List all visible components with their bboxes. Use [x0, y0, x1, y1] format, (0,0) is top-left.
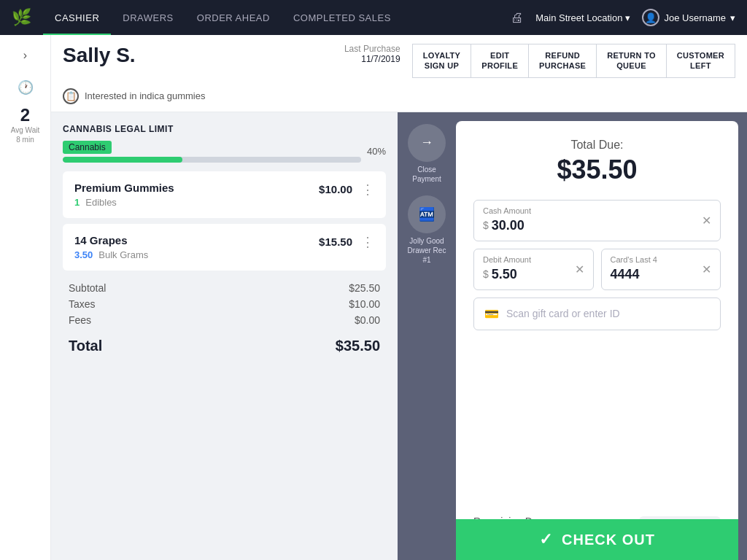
- customer-name: Sally S.: [63, 44, 136, 67]
- drawer-btn-wrap: 🏧 Jolly GoodDrawer Rec#1: [408, 195, 446, 265]
- card-clear-icon[interactable]: ✕: [702, 262, 711, 276]
- location-selector[interactable]: Main Street Location ▾: [535, 12, 630, 23]
- return-to-queue-button[interactable]: RETURN TOQUEUE: [596, 44, 666, 78]
- loyalty-signup-button[interactable]: LOYALTYSIGN UP: [412, 44, 471, 78]
- cart-section: CANNABIS LEGAL LIMIT Cannabis 40%: [51, 112, 398, 560]
- queue-count: 2: [20, 105, 30, 125]
- total-due-label: Total Due:: [473, 139, 721, 152]
- cart-item-sub: 3.50 Bulk Grams: [74, 249, 319, 260]
- cart-item-info: Premium Gummies 1 Edibles: [74, 182, 319, 208]
- user-name: Joe Username: [664, 12, 726, 23]
- location-label: Main Street Location: [535, 12, 622, 23]
- gift-card-field[interactable]: 💳 Scan gift card or enter ID: [473, 298, 721, 330]
- nav-links: CASHIER DRAWERS ORDER AHEAD COMPLETED SA…: [43, 0, 511, 35]
- nav-drawers[interactable]: DRAWERS: [111, 0, 185, 35]
- cart-item-price: $10.00: [319, 183, 352, 195]
- cash-dollar: $: [483, 219, 489, 231]
- progress-bar-bg: [63, 157, 361, 163]
- checkout-button[interactable]: ✓ CHECK OUT: [456, 519, 738, 560]
- close-payment-btn-wrap: → ClosePayment: [408, 124, 446, 184]
- cart-item-right: $15.50 ⋮: [319, 234, 374, 250]
- nav-order-ahead[interactable]: ORDER AHEAD: [185, 0, 282, 35]
- cart-item-type: Edibles: [85, 197, 117, 208]
- customer-top-row: Sally S. Last Purchase 11/7/2019 LOYALTY…: [63, 44, 735, 78]
- user-chevron-icon: ▾: [730, 12, 735, 23]
- last-purchase-date: 11/7/2019: [344, 54, 400, 64]
- nav-completed-sales[interactable]: COMPLETED SALES: [282, 0, 403, 35]
- cart-item-name: Premium Gummies: [74, 182, 319, 194]
- cart-item-sub: 1 Edibles: [74, 197, 319, 208]
- debit-clear-icon[interactable]: ✕: [575, 262, 584, 276]
- cannabis-label: Cannabis: [63, 141, 112, 154]
- layout: › 🕐 2 Avg Wait 8 min Sally S. Last Purch…: [0, 35, 747, 560]
- topnav: 🌿 CASHIER DRAWERS ORDER AHEAD COMPLETED …: [0, 0, 747, 35]
- cart-item: Premium Gummies 1 Edibles $10.00 ⋮: [63, 171, 386, 218]
- grand-total-row: Total $35.50: [69, 332, 380, 354]
- fees-row: Fees $0.00: [69, 314, 380, 326]
- progress-bar-wrap: Cannabis: [63, 140, 361, 163]
- cart-item-right: $10.00 ⋮: [319, 182, 374, 198]
- clock-icon: 🕐: [14, 76, 37, 99]
- cart-item-type: Bulk Grams: [98, 249, 148, 260]
- drawer-label: Jolly GoodDrawer Rec#1: [408, 236, 446, 265]
- user-menu[interactable]: 👤 Joe Username ▾: [642, 9, 735, 26]
- gift-card-placeholder: Scan gift card or enter ID: [506, 308, 620, 319]
- gift-card-icon: 💳: [484, 307, 499, 321]
- taxes-value: $10.00: [349, 298, 380, 310]
- left-sidebar: › 🕐 2 Avg Wait 8 min: [0, 35, 51, 560]
- close-payment-label: ClosePayment: [412, 165, 441, 184]
- cart-item-menu-icon[interactable]: ⋮: [361, 234, 374, 250]
- logo-icon: 🌿: [12, 8, 31, 27]
- refund-purchase-button[interactable]: REFUNDPURCHASE: [528, 44, 596, 78]
- cash-amount-field[interactable]: Cash Amount $ 30.00 ✕: [473, 200, 721, 241]
- customer-note: 📋 Interested in indica gummies: [63, 84, 735, 112]
- subtotal-row: Subtotal $25.50: [69, 282, 380, 294]
- fees-value: $0.00: [355, 314, 380, 326]
- progress-pct: 40%: [367, 146, 386, 157]
- queue-expand-button[interactable]: ›: [14, 44, 37, 67]
- drawer-button[interactable]: 🏧: [408, 195, 446, 233]
- debit-dollar: $: [483, 268, 489, 280]
- topnav-right: 🖨 Main Street Location ▾ 👤 Joe Username …: [511, 9, 735, 26]
- cart-item-menu-icon[interactable]: ⋮: [361, 182, 374, 198]
- printer-icon[interactable]: 🖨: [511, 10, 524, 26]
- taxes-row: Taxes $10.00: [69, 298, 380, 310]
- subtotal-value: $25.50: [349, 282, 380, 294]
- cards-value: 4444: [611, 267, 703, 282]
- cart-item: 14 Grapes 3.50 Bulk Grams $15.50 ⋮: [63, 224, 386, 271]
- cash-value: 30.00: [492, 218, 702, 233]
- total-due-amount: $35.50: [473, 155, 721, 185]
- cart-item-name: 14 Grapes: [74, 234, 319, 246]
- customer-left-button[interactable]: CUSTOMERLEFT: [666, 44, 735, 78]
- cards-label: Card's Last 4: [611, 255, 657, 264]
- payment-panel: Total Due: $35.50 Cash Amount $ 30.00 ✕ …: [456, 121, 738, 560]
- close-payment-button[interactable]: →: [408, 124, 446, 162]
- main-content: Sally S. Last Purchase 11/7/2019 LOYALTY…: [51, 35, 747, 560]
- payment-sidebar: → ClosePayment 🏧 Jolly GoodDrawer Rec#1: [398, 112, 456, 560]
- cart-item-price: $15.50: [319, 236, 352, 248]
- subtotal-label: Subtotal: [69, 282, 106, 294]
- taxes-label: Taxes: [69, 298, 96, 310]
- nav-cashier[interactable]: CASHIER: [43, 0, 111, 35]
- debit-label: Debit Amount: [483, 255, 531, 264]
- legal-limit: CANNABIS LEGAL LIMIT Cannabis 40%: [63, 124, 386, 163]
- card-last4-field[interactable]: Card's Last 4 4444 ✕: [601, 249, 721, 290]
- last-purchase: Last Purchase 11/7/2019: [344, 44, 400, 64]
- legal-limit-title: CANNABIS LEGAL LIMIT: [63, 124, 386, 134]
- cart-totals: Subtotal $25.50 Taxes $10.00 Fees $0.00 …: [63, 282, 386, 354]
- total-label: Total: [69, 338, 102, 354]
- progress-bar-fill: [63, 157, 182, 163]
- checkout-check-icon: ✓: [539, 530, 553, 549]
- note-text: Interested in indica gummies: [85, 90, 205, 101]
- payment-col: → ClosePayment 🏧 Jolly GoodDrawer Rec#1 …: [398, 112, 747, 560]
- customer-header: Sally S. Last Purchase 11/7/2019 LOYALTY…: [51, 35, 747, 112]
- debit-value: 5.50: [492, 267, 575, 282]
- total-value: $35.50: [336, 338, 380, 354]
- debit-amount-field[interactable]: Debit Amount $ 5.50 ✕: [473, 249, 594, 290]
- cash-label: Cash Amount: [483, 206, 531, 215]
- last-purchase-label: Last Purchase: [344, 44, 400, 54]
- edit-profile-button[interactable]: EDITPROFILE: [471, 44, 528, 78]
- cart-items: Premium Gummies 1 Edibles $10.00 ⋮: [63, 171, 386, 271]
- fees-label: Fees: [69, 314, 91, 326]
- cash-clear-icon[interactable]: ✕: [702, 214, 711, 228]
